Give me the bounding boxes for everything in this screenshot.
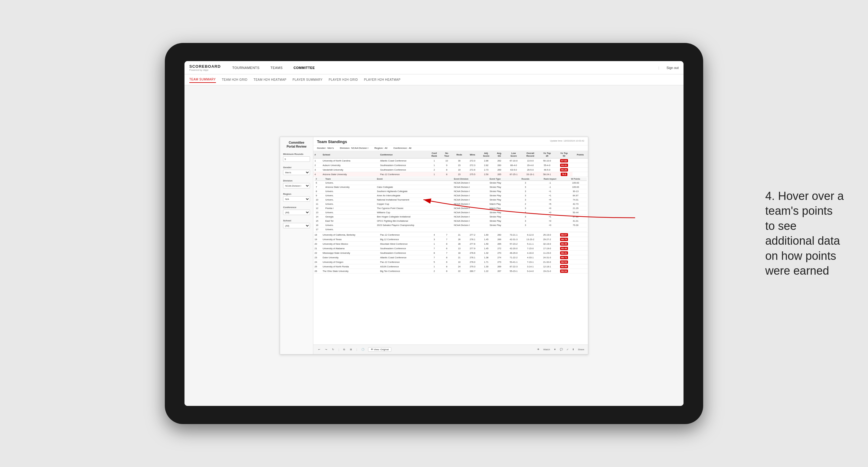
t-event: Southern Highlands Collegiate bbox=[376, 189, 453, 194]
nav-teams[interactable]: TEAMS bbox=[269, 65, 284, 71]
table-row[interactable]: 19 University of Texas Big 12 Conference… bbox=[313, 237, 588, 242]
clock-button[interactable]: 🕐 bbox=[360, 347, 366, 351]
tab-team-h2h-heatmap[interactable]: TEAM H2H HEATMAP bbox=[253, 77, 286, 83]
standings-table-area[interactable]: # School Conference ConfRank NoTour Rnds… bbox=[313, 151, 588, 344]
tab-team-summary[interactable]: TEAM SUMMARY bbox=[189, 76, 216, 83]
list-item[interactable]: 11 Univers. Copper Cup NCAA Division I M… bbox=[314, 202, 587, 206]
table-row[interactable]: 20 University of New Mexico Mountain Wes… bbox=[313, 242, 588, 246]
redo-button[interactable]: ↪ bbox=[324, 347, 329, 351]
points-badge: 88.54 bbox=[560, 260, 568, 264]
t-event-type: Match Play bbox=[489, 206, 516, 211]
t-rounds: 3 bbox=[515, 198, 535, 202]
t-rank-impact: +0 bbox=[535, 211, 564, 215]
list-item[interactable]: 6 Univers. NCAA Division I Stroke Play 3 bbox=[314, 181, 587, 185]
sign-out-button[interactable]: Sign out bbox=[666, 66, 679, 69]
cell-adj-score: 1.60 bbox=[479, 232, 493, 237]
division-select[interactable]: NCAA Division I bbox=[283, 183, 310, 188]
t-event-type: Stroke Play bbox=[489, 211, 516, 215]
watch-label[interactable]: Watch bbox=[543, 348, 550, 351]
tab-player-h2h-grid[interactable]: PLAYER H2H GRID bbox=[329, 77, 358, 83]
table-row[interactable]: 23 Duke University Atlantic Coast Confer… bbox=[313, 255, 588, 260]
tab-team-h2h-grid[interactable]: TEAM H2H GRID bbox=[222, 77, 248, 83]
cell-school: University of Texas bbox=[321, 237, 379, 242]
t-w-points: 41.01 bbox=[564, 219, 587, 223]
share-label[interactable]: Share bbox=[578, 348, 584, 351]
list-item[interactable]: 10 Univers. National Invitational Tourna… bbox=[314, 198, 587, 202]
t-event: Williams Cup bbox=[376, 211, 453, 215]
t-team: Univers. bbox=[324, 181, 376, 185]
division-filter: Division: NCAA Division I bbox=[340, 147, 368, 149]
cell-conference: Southeastern Conference bbox=[379, 251, 428, 255]
table-row[interactable]: 26 The Ohio State University Big Ten Con… bbox=[313, 269, 588, 273]
list-item[interactable]: 17 Univers. bbox=[314, 227, 587, 232]
table-row[interactable]: 25 University of North Florida ASUN Conf… bbox=[313, 264, 588, 269]
cell-overall-record: 29-5-0 bbox=[522, 167, 539, 172]
nav-tournaments[interactable]: TOURNAMENTS bbox=[230, 65, 261, 71]
standings-header: Team Standings Update time: 13/03/2024 1… bbox=[313, 137, 588, 146]
cell-school: Auburn University bbox=[321, 163, 379, 167]
annotation-line2: team's points bbox=[765, 205, 833, 217]
report-body: CommitteePortal Review Minimum Rounds Ge… bbox=[280, 137, 588, 354]
copy-button[interactable]: ⧉ bbox=[342, 347, 346, 352]
cell-adj-score: 1.22 bbox=[479, 269, 493, 273]
col-school: School bbox=[321, 151, 379, 158]
table-row-highlighted[interactable]: 4 Arizona State University Pac-12 Confer… bbox=[313, 172, 588, 177]
list-item[interactable]: 7 Arizona State University Cabo Collegia… bbox=[314, 185, 587, 189]
cell-vs-top25: 25-19-0 bbox=[539, 232, 555, 237]
table-row[interactable]: 22 Mississippi State University Southeas… bbox=[313, 251, 588, 255]
table-row[interactable]: 21 University of Alabama Southeastern Co… bbox=[313, 246, 588, 251]
list-item[interactable]: 15 East Ter OFCC Fighting Illini Invitat… bbox=[314, 219, 587, 223]
region-select[interactable]: N/A bbox=[283, 196, 310, 202]
cell-vs-top25: 50-10-0 bbox=[539, 158, 555, 163]
gender-select[interactable]: Men's bbox=[283, 170, 310, 175]
standings-title: Team Standings bbox=[317, 139, 347, 144]
grid-button[interactable]: ⊞ bbox=[349, 347, 353, 351]
cell-conf-rank: 1 bbox=[428, 264, 441, 269]
list-item[interactable]: 9 Univers. Amer An Intercollegiate NCAA … bbox=[314, 194, 587, 198]
t-rank: 15 bbox=[314, 219, 324, 223]
view-original-button[interactable]: 👁 View: Original bbox=[368, 347, 391, 352]
list-item[interactable]: 14 Georgia Ben Hogan Collegiate Invitati… bbox=[314, 215, 587, 219]
t-event-div: NCAA Division I bbox=[453, 215, 489, 219]
region-label: Region bbox=[283, 193, 310, 195]
cell-conf-rank: 4 bbox=[428, 232, 441, 237]
list-item[interactable]: 16 Univers. 2023 Sahalee Players Champio… bbox=[314, 223, 587, 227]
cell-avg-sg: 270 bbox=[493, 251, 505, 255]
tab-player-h2h-heatmap[interactable]: PLAYER H2H HEATMAP bbox=[364, 77, 401, 83]
min-rounds-input[interactable] bbox=[283, 156, 310, 162]
undo-button[interactable]: ↩ bbox=[317, 347, 321, 351]
cell-school: University of New Mexico bbox=[321, 242, 379, 246]
table-row[interactable]: 3 Vanderbilt University Southeastern Con… bbox=[313, 167, 588, 172]
cell-no-tour: 8 bbox=[441, 172, 453, 177]
refresh-button[interactable]: ↻ bbox=[331, 347, 335, 351]
cell-rank: 21 bbox=[313, 246, 321, 251]
t-event: The Cypress Point Classic bbox=[376, 206, 453, 211]
table-row[interactable]: 24 University of Oregon Pac-12 Conferenc… bbox=[313, 260, 588, 264]
cell-adj-score: 1.45 bbox=[479, 246, 493, 251]
cell-vs-top25: 17-19-0 bbox=[539, 246, 555, 251]
separator2: | bbox=[356, 348, 357, 351]
t-w-points: 74.01 bbox=[564, 198, 587, 202]
cell-school: University of California, Berkeley bbox=[321, 232, 379, 237]
tab-player-summary[interactable]: PLAYER SUMMARY bbox=[292, 77, 322, 83]
list-item[interactable]: 12 Florida I The Cypress Point Classic N… bbox=[314, 206, 587, 211]
list-item[interactable]: 8 Univers. Southern Highlands Collegiate… bbox=[314, 189, 587, 194]
col-conference: Conference bbox=[379, 151, 428, 158]
min-rounds-label: Minimum Rounds bbox=[283, 153, 310, 155]
region-filter: Region: All bbox=[374, 147, 388, 149]
table-row[interactable]: 1 University of North Carolina Atlantic … bbox=[313, 158, 588, 163]
nav-committee[interactable]: COMMITTEE bbox=[292, 65, 317, 71]
table-row[interactable]: 2 Auburn University Southeastern Confere… bbox=[313, 163, 588, 167]
school-select[interactable]: (All) bbox=[283, 223, 310, 228]
list-item[interactable]: 13 Univers. Williams Cup NCAA Division I… bbox=[314, 211, 587, 215]
cell-conference: Southeastern Conference bbox=[379, 163, 428, 167]
view-original-label: View: Original bbox=[374, 348, 389, 351]
table-row[interactable]: 18 University of California, Berkeley Pa… bbox=[313, 232, 588, 237]
gender-filter-value: Men's bbox=[328, 147, 334, 149]
t-rank: 7 bbox=[314, 185, 324, 189]
t-event-type: Match Play bbox=[489, 202, 516, 206]
cell-rank: 18 bbox=[313, 232, 321, 237]
gender-label: Gender bbox=[283, 166, 310, 169]
conference-select[interactable]: (All) bbox=[283, 210, 310, 215]
cell-school: University of North Carolina bbox=[321, 158, 379, 163]
